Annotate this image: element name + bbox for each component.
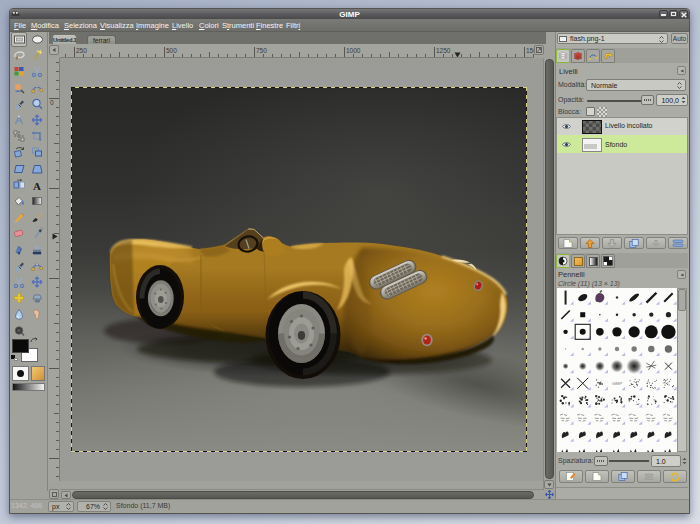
svg-text:GIMP: GIMP	[612, 381, 623, 386]
svg-text:A: A	[33, 179, 41, 191]
